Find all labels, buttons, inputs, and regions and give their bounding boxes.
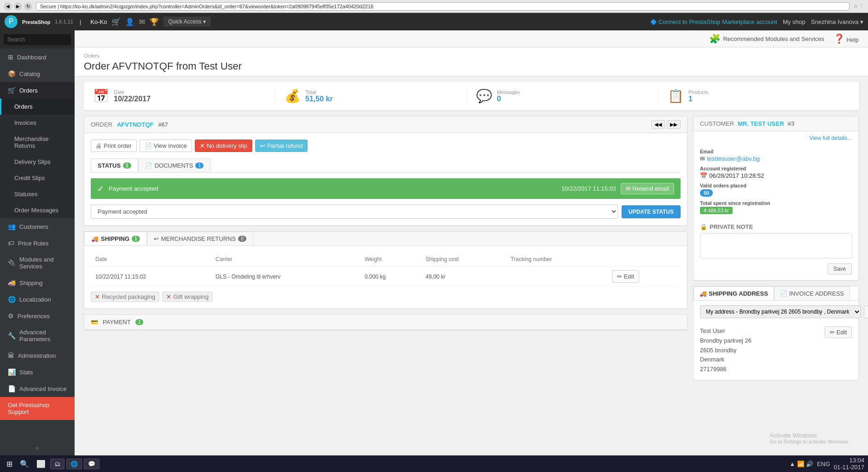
sidebar-item-localization[interactable]: 🌐 Localization — [0, 291, 75, 308]
sidebar-item-order-messages[interactable]: Order Messages — [0, 202, 75, 218]
url-bar[interactable]: Secure | https://ko-ko.dk/admin2/4cqpzgm… — [36, 2, 850, 11]
page-title: Order AFVTNOTQF from Test User — [84, 60, 859, 72]
x-icon: ✕ — [200, 142, 205, 149]
save-note-btn[interactable]: Save — [827, 263, 852, 274]
task-view-btn[interactable]: ⬜ — [34, 458, 48, 470]
order-prev-btn[interactable]: ◀◀ — [651, 120, 665, 129]
user-account-btn[interactable]: Snezhina Ivanova ▾ — [811, 18, 863, 25]
sidebar-item-advanced-invoice[interactable]: 📄 Advanced Invoice — [0, 380, 75, 397]
sidebar-item-modules[interactable]: 🔌 Modules and Services — [0, 251, 75, 274]
view-invoice-btn[interactable]: 📄 View invoice — [140, 140, 192, 152]
sidebar-item-label: Dashboard — [17, 54, 47, 61]
ps-topbar-right: 🔷 Connect to PrestaShop Marketplace acco… — [650, 18, 863, 25]
customer-email-link[interactable]: testtesuser@abv.bg — [707, 155, 760, 162]
quick-access-btn[interactable]: Quick Access ▾ — [163, 17, 210, 27]
stat-total: 💰 Total 51,50 kr — [275, 88, 467, 104]
search-input[interactable] — [4, 34, 71, 45]
no-delivery-slip-btn[interactable]: ✕ No delivery slip — [195, 140, 252, 152]
tab-shipping-address[interactable]: 🚚 SHIPPING ADDRESS — [693, 286, 774, 300]
tab-shipping[interactable]: 🚚 SHIPPING 1 — [84, 232, 147, 245]
update-status-btn[interactable]: UPDATE STATUS — [622, 205, 681, 218]
sidebar-item-invoices[interactable]: Invoices — [0, 115, 75, 131]
sidebar-item-preferences[interactable]: ⚙ Preferences — [0, 308, 75, 324]
recommended-modules-btn[interactable]: 🧩 Recommended Modules and Services — [709, 33, 824, 44]
myshop-btn[interactable]: My shop — [783, 18, 805, 25]
sidebar-item-support[interactable]: Get Prestashop Support — [0, 397, 75, 420]
envelope-icon[interactable]: ✉ — [139, 17, 145, 26]
modules-icon: 🔌 — [8, 259, 16, 267]
advanced-invoice-icon: 📄 — [8, 385, 16, 392]
sidebar-item-orders-sub[interactable]: Orders — [0, 99, 75, 115]
back-btn[interactable]: ◀ — [4, 2, 12, 11]
customer-name-link[interactable]: MR. TEST USER — [738, 120, 784, 127]
search-taskbar-btn[interactable]: 🔍 — [17, 458, 32, 470]
resend-email-btn[interactable]: ✉ Resend email — [621, 183, 674, 194]
administration-icon: 🏛 — [8, 352, 14, 359]
total-spent-row: Total spent since registration 4 486,53 … — [700, 200, 852, 214]
messages-label: Messages — [497, 89, 520, 95]
view-full-details-link[interactable]: View full details... — [810, 135, 852, 141]
sidebar-item-credit-slips[interactable]: Credit Slips — [0, 170, 75, 186]
sidebar-item-catalog[interactable]: 📦 Catalog — [0, 65, 75, 82]
sidebar-item-advanced-params[interactable]: 🔧 Advanced Parameters — [0, 324, 75, 347]
documents-tab-label: DOCUMENTS — [155, 162, 193, 169]
taskbar-app-skype[interactable]: 💬 — [84, 459, 99, 469]
user-icon[interactable]: 👤 — [125, 17, 134, 26]
customer-header: CUSTOMER MR. TEST USER #3 — [693, 117, 858, 131]
private-note-textarea[interactable] — [700, 233, 852, 258]
sidebar-item-merchandise-returns[interactable]: Merchandise Returns — [0, 131, 75, 154]
sidebar-item-price-rules[interactable]: 🏷 Price Rules — [0, 235, 75, 251]
tab-invoice-address[interactable]: 📄 INVOICE ADDRESS — [774, 286, 850, 300]
status-date: 10/22/2017 11:15:02 — [561, 185, 616, 192]
ps-store-name: Ko-Ko — [90, 18, 107, 25]
tab-documents[interactable]: 📄 DOCUMENTS 1 — [138, 158, 210, 172]
taskbar-app-chrome[interactable]: 🌐 — [66, 459, 82, 469]
col-weight: Weight — [360, 252, 421, 267]
stat-messages: 💬 Messages 0 — [467, 88, 658, 104]
address-name: Test User — [700, 326, 751, 336]
sidebar-item-statuses[interactable]: Statuses — [0, 186, 75, 202]
sidebar-item-customers[interactable]: 👥 Customers — [0, 218, 75, 235]
sidebar-item-label: Advanced Parameters — [19, 329, 68, 343]
forward-btn[interactable]: ▶ — [14, 2, 22, 11]
status-select[interactable]: Payment accepted — [91, 204, 618, 219]
tab-returns[interactable]: ↩ MERCHANDISE RETURNS 0 — [147, 232, 253, 245]
email-value: ✉ testtesuser@abv.bg — [700, 155, 852, 162]
sidebar-collapse-btn[interactable]: ≡ — [0, 441, 75, 455]
cart-icon[interactable]: 🛒 — [111, 17, 121, 26]
marketplace-btn[interactable]: 🔷 Connect to PrestaShop Marketplace acco… — [650, 18, 777, 25]
sidebar-item-stats[interactable]: 📊 Stats — [0, 364, 75, 380]
stats-bar: 📅 Date 10/22/2017 💰 Total 51,50 kr 💬 Mes… — [84, 82, 859, 111]
edit-address-btn[interactable]: ✏ Edit — [825, 326, 852, 338]
tab-status[interactable]: STATUS 1 — [91, 158, 138, 172]
sidebar-item-administration[interactable]: 🏛 Administration — [0, 347, 75, 364]
sidebar-item-dashboard[interactable]: ⊞ Dashboard — [0, 49, 75, 65]
products-icon: 📋 — [668, 88, 684, 104]
sidebar: ⊞ Dashboard 📦 Catalog 🛒 Orders Orders In… — [0, 30, 75, 455]
order-next-btn[interactable]: ▶▶ — [667, 120, 681, 129]
localization-icon: 🌐 — [8, 296, 16, 303]
shipping-icon: 🚚 — [8, 279, 16, 286]
sidebar-item-label: Stats — [19, 369, 33, 376]
sidebar-item-delivery-slips[interactable]: Delivery Slips — [0, 154, 75, 170]
partial-refund-btn[interactable]: ↩ Partial refund — [255, 140, 308, 152]
account-row: Account registered 📅 06/28/2017 10:28:52 — [700, 166, 852, 179]
sidebar-item-shipping[interactable]: 🚚 Shipping — [0, 274, 75, 291]
shipping-edit-btn[interactable]: ✏ Edit — [612, 270, 639, 283]
refresh-btn[interactable]: ↻ — [24, 2, 32, 11]
address-select-dropdown[interactable]: My address - Brondby parkvej 26 2605 bro… — [700, 305, 861, 318]
taskbar-app-explorer[interactable]: 🗂 — [50, 459, 64, 469]
print-icon: 🖨 — [96, 142, 102, 149]
help-btn[interactable]: ❓ Help — [833, 33, 859, 44]
order-num: #67 — [158, 121, 168, 128]
trophy-icon[interactable]: 🏆 — [150, 17, 159, 26]
print-order-btn[interactable]: 🖨 Print order — [91, 140, 137, 152]
sidebar-item-orders[interactable]: 🛒 Orders — [0, 82, 75, 99]
start-btn[interactable]: ⊞ — [4, 458, 15, 470]
change-address-btn[interactable]: ↻ Change — [864, 306, 868, 318]
price-rules-icon: 🏷 — [8, 239, 14, 247]
order-label: ORDER — [91, 121, 112, 128]
private-note-header: 🔒 PRIVATE NOTE — [700, 223, 852, 230]
private-note-label: PRIVATE NOTE — [710, 223, 753, 230]
shipping-tracking — [506, 267, 607, 287]
